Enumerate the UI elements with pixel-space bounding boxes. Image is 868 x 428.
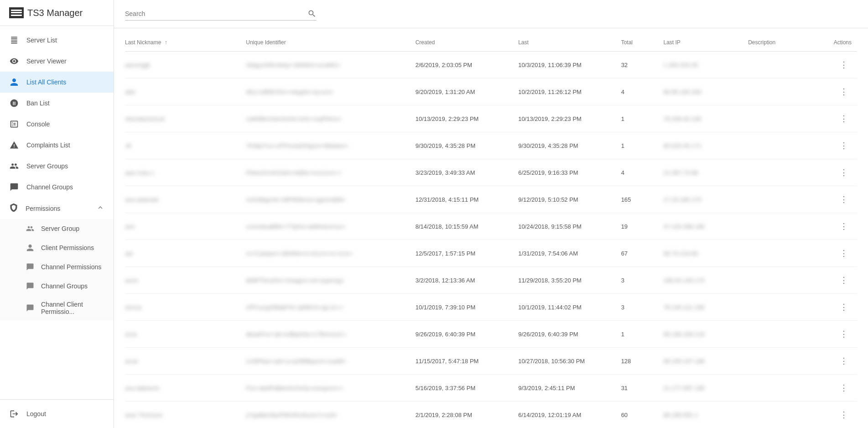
row-actions-button[interactable]: ⋮ — [836, 219, 852, 233]
cell-total: 128 — [621, 348, 664, 375]
cell-actions[interactable]: ⋮ — [821, 132, 857, 159]
col-header-lastip: Last IP — [663, 36, 748, 52]
sidebar-item-channel-groups[interactable]: Channel Groups — [0, 177, 114, 198]
col-header-nickname[interactable]: Last Nickname ↑ — [125, 36, 246, 52]
permissions-label: Permissions — [26, 205, 60, 212]
cell-ip: 78.140.121.180 — [663, 294, 748, 321]
cell-nickname: aaa mary c — [125, 159, 246, 186]
cell-total: 31 — [621, 375, 664, 402]
cell-actions[interactable]: ⋮ — [821, 105, 857, 132]
permissions-submenu: Server Group Client Permissions Channel … — [0, 219, 114, 320]
row-actions-button[interactable]: ⋮ — [836, 193, 852, 206]
cell-actions[interactable]: ⋮ — [821, 321, 857, 348]
row-actions-button[interactable]: ⋮ — [836, 408, 852, 422]
cell-actions[interactable]: ⋮ — [821, 375, 857, 402]
cell-uid: b89PTbcuDm+1haqym+um+jupmsg= — [246, 267, 415, 294]
search-button[interactable] — [307, 9, 317, 18]
cell-description — [748, 186, 821, 213]
cell-actions[interactable]: ⋮ — [821, 267, 857, 294]
table-row: abd dKy+u980CDm+mkyplm+sj=ucm 9/20/2019,… — [125, 78, 857, 105]
ban-icon — [9, 98, 19, 108]
cell-created: 9/26/2019, 6:40:39 PM — [416, 321, 518, 348]
sidebar-item-label: Channel Groups — [26, 183, 73, 191]
row-actions-button[interactable]: ⋮ — [836, 381, 852, 395]
row-actions-button[interactable]: ⋮ — [836, 166, 852, 179]
cell-nickname: Abundantcloud — [125, 105, 246, 132]
cell-created: 2/6/2019, 2:03:05 PM — [416, 52, 518, 78]
cell-created: 3/23/2019, 3:49:33 AM — [416, 159, 518, 186]
sidebar-item-list-all-clients[interactable]: List All Clients — [0, 72, 114, 93]
cell-total: 4 — [621, 78, 664, 105]
row-actions-button[interactable]: ⋮ — [836, 85, 852, 99]
cell-actions[interactable]: ⋮ — [821, 78, 857, 105]
sidebar-item-label: Server Viewer — [26, 57, 67, 65]
search-input[interactable] — [125, 10, 304, 17]
server-icon — [9, 35, 19, 45]
row-actions-button[interactable]: ⋮ — [836, 112, 852, 125]
person-icon — [9, 77, 19, 87]
sidebar-sub-server-group[interactable]: Server Group — [0, 219, 114, 238]
cell-actions[interactable]: ⋮ — [821, 240, 857, 267]
cell-ip: 17.20.180.170 — [663, 186, 748, 213]
sidebar-item-server-viewer[interactable]: Server Viewer — [0, 51, 114, 72]
cell-ip: 185.02.140.170 — [663, 267, 748, 294]
logo-icon — [9, 7, 24, 18]
cell-created: 11/15/2017, 5:47:18 PM — [416, 348, 518, 375]
cell-description — [748, 78, 821, 105]
row-actions-button[interactable]: ⋮ — [836, 327, 852, 341]
sidebar-item-ban-list[interactable]: Ban List — [0, 93, 114, 114]
table-row: aoa adamski m4cfdkgm4c+MPW0kmm+jgonmBM= … — [125, 186, 857, 213]
warning-icon — [9, 140, 19, 150]
sidebar-sub-channel-permissions[interactable]: Channel Permissions — [0, 257, 114, 277]
cell-nickname: avar Thomson — [125, 402, 246, 428]
cell-actions[interactable]: ⋮ — [821, 294, 857, 321]
sidebar-item-logout[interactable]: Logout — [0, 403, 114, 424]
sidebar-item-console[interactable]: Console — [0, 114, 114, 135]
cell-actions[interactable]: ⋮ — [821, 159, 857, 186]
row-actions-button[interactable]: ⋮ — [836, 58, 852, 72]
cell-total: 67 — [621, 240, 664, 267]
cell-total: 3 — [621, 294, 664, 321]
table-row: ava dabarom Puc+akdPd8dm4cXmhy+socqucm==… — [125, 375, 857, 402]
table-row: aonn b89PTbcuDm+1haqym+um+jupmsg= 3/2/20… — [125, 267, 857, 294]
cell-actions[interactable]: ⋮ — [821, 402, 857, 428]
permissions-icon — [9, 203, 18, 214]
cell-ip: 21.177.097.190 — [663, 375, 748, 402]
cell-actions[interactable]: ⋮ — [821, 186, 857, 213]
cell-total: 1 — [621, 132, 664, 159]
sidebar-item-server-list[interactable]: Server List — [0, 30, 114, 51]
row-actions-button[interactable]: ⋮ — [836, 300, 852, 314]
cell-ip: 89.165.107.188 — [663, 348, 748, 375]
cell-created: 5/16/2019, 3:37:56 PM — [416, 375, 518, 402]
cell-actions[interactable]: ⋮ — [821, 348, 857, 375]
cell-nickname: abd — [125, 78, 246, 105]
cell-last: 6/25/2019, 9:16:33 PM — [518, 159, 621, 186]
cell-actions[interactable]: ⋮ — [821, 213, 857, 240]
cell-total: 1 — [621, 105, 664, 132]
group-icon — [9, 161, 19, 171]
cell-nickname: ava dabarom — [125, 375, 246, 402]
sidebar-sub-channel-groups[interactable]: Channel Groups — [0, 277, 114, 296]
permissions-header[interactable]: Permissions — [0, 198, 114, 219]
sidebar-item-server-groups[interactable]: Server Groups — [0, 156, 114, 177]
cell-ip: 47.120.398.190 — [663, 213, 748, 240]
row-actions-button[interactable]: ⋮ — [836, 273, 852, 287]
channel4-icon — [26, 303, 35, 313]
cell-last: 11/29/2018, 3:55:20 PM — [518, 267, 621, 294]
cell-uid: PdwuiXm4cGalm+kbBa+mu1ucm== — [246, 159, 415, 186]
sidebar-item-complaints-list[interactable]: Complaints List — [0, 135, 114, 156]
cell-description — [748, 132, 821, 159]
row-actions-button[interactable]: ⋮ — [836, 139, 852, 152]
sidebar-sub-channel-client-permissions[interactable]: Channel Client Permissio... — [0, 296, 114, 320]
logout-icon — [9, 409, 19, 419]
sidebar-sub-client-permissions[interactable]: Client Permissions — [0, 238, 114, 257]
row-actions-button[interactable]: ⋮ — [836, 354, 852, 368]
cell-actions[interactable]: ⋮ — [821, 52, 857, 78]
clients-table-container: Last Nickname ↑ Unique Identifier Create… — [114, 28, 868, 428]
cell-uid: m4cfdkgm4c+MPW0kmm+jgonmBM= — [246, 186, 415, 213]
row-actions-button[interactable]: ⋮ — [836, 246, 852, 260]
channel2-icon — [26, 262, 35, 271]
table-row: avar Thomson yYgaBemibuFMmRm0ucm+l=uclt=… — [125, 402, 857, 428]
cell-last: 10/3/2019, 11:06:39 PM — [518, 52, 621, 78]
search-input-wrapper[interactable] — [125, 7, 317, 21]
